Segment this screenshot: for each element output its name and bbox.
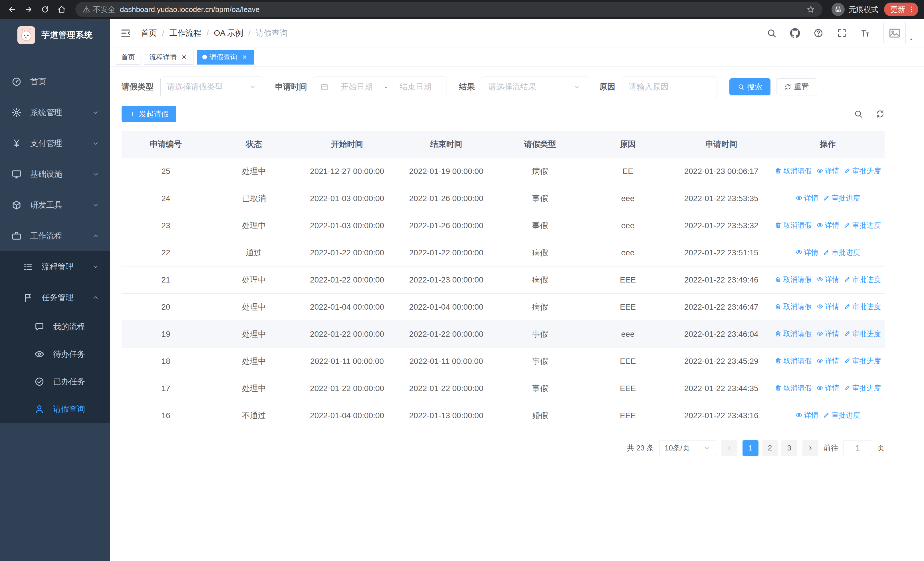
chevdown-icon [92,170,99,178]
reason-input[interactable] [622,77,717,97]
op-progress-link[interactable]: 审批进度 [844,329,881,338]
sidebar-item-leave-query[interactable]: 请假查询 [0,396,110,423]
sidebar-collapse-button[interactable] [120,27,131,39]
page-button-3[interactable]: 3 [782,440,797,456]
bookmark-star-icon[interactable] [806,5,815,14]
sidebar-item-task-mgmt[interactable]: 任务管理 [0,282,110,313]
tab-home[interactable]: 首页 [116,50,140,65]
op-progress-link[interactable]: 审批进度 [844,221,881,230]
browser-reload-button[interactable] [39,3,51,16]
sidebar-item-home[interactable]: 首页 [0,66,110,97]
breadcrumb-item[interactable]: 工作流程 [170,28,201,39]
chevron-down-icon [249,83,256,90]
op-cancel-link[interactable]: 取消请假 [775,384,812,393]
op-cancel-link[interactable]: 取消请假 [775,166,812,176]
op-detail-link[interactable]: 详情 [816,356,839,365]
leave-type-label: 请假类型 [122,81,153,92]
apply-time-range-picker[interactable]: 开始日期 - 结束日期 [314,77,447,97]
reset-button[interactable]: 重置 [776,78,817,95]
prev-page-button[interactable] [722,440,737,456]
op-cancel-link[interactable]: 取消请假 [775,329,812,338]
sidebar-item-dev-tools[interactable]: 研发工具 [0,190,110,221]
tab-process-detail[interactable]: 流程详情× [144,50,194,65]
sidebar-item-label: 请假查询 [53,404,85,415]
result-select[interactable]: 请选择流结果 [482,77,587,97]
op-cancel-link[interactable]: 取消请假 [775,221,812,230]
tab-close-icon[interactable]: × [240,53,249,61]
yen-icon [11,138,22,149]
op-cancel-link[interactable]: 取消请假 [775,302,812,311]
cell-actions: 详情审批进度 [771,239,885,266]
sidebar-item-process-mgmt[interactable]: 流程管理 [0,251,110,282]
security-chip[interactable]: 不安全 [83,5,115,15]
page-size-select[interactable]: 10条/页 [659,440,716,456]
chevup-icon [92,232,99,240]
page-button-1[interactable]: 1 [742,440,759,456]
search-button[interactable]: 搜索 [729,78,771,95]
sidebar-item-payment[interactable]: 支付管理 [0,128,110,159]
op-progress-link[interactable]: 审批进度 [844,302,881,311]
op-detail-link[interactable]: 详情 [816,329,839,338]
sidebar-item-todo-task[interactable]: 待办任务 [0,340,110,368]
op-progress-link[interactable]: 审批进度 [844,275,881,284]
sidebar-item-infrastructure[interactable]: 基础设施 [0,159,110,190]
op-detail-link[interactable]: 详情 [796,411,818,420]
op-progress-link[interactable]: 审批进度 [844,356,881,365]
op-progress-link[interactable]: 审批进度 [823,193,860,203]
check-icon [34,376,45,387]
table-search-toggle-icon[interactable] [854,110,863,119]
breadcrumb-separator: / [162,29,164,38]
op-detail-link[interactable]: 详情 [796,248,818,257]
sidebar-submenu: 流程管理任务管理我的流程待办任务已办任务请假查询 [0,251,110,423]
cell-apply-time: 2022-01-22 23:46:47 [672,293,771,320]
sidebar-item-workflow[interactable]: 工作流程 [0,221,110,251]
browser-update-button[interactable]: 更新 [884,3,918,16]
browser-back-button[interactable] [6,3,18,16]
op-progress-link[interactable]: 审批进度 [823,248,860,257]
op-cancel-link[interactable]: 取消请假 [775,275,812,284]
browser-home-button[interactable] [56,3,68,16]
table-row: 23处理中2022-01-03 00:00:002022-01-26 00:00… [122,212,885,239]
next-page-button[interactable] [802,440,818,456]
sidebar-item-my-process[interactable]: 我的流程 [0,313,110,340]
cell-status: 已取消 [210,185,298,212]
breadcrumb: 首页/工作流程/OA 示例/请假查询 [141,28,288,39]
op-detail-link[interactable]: 详情 [816,302,839,311]
github-icon[interactable] [790,28,800,38]
table-refresh-icon[interactable] [876,110,885,119]
tab-leave-query[interactable]: 请假查询× [197,50,254,65]
breadcrumb-item[interactable]: 首页 [141,28,157,39]
op-cancel-label: 取消请假 [783,166,812,176]
fullscreen-icon[interactable] [837,28,847,38]
op-detail-link[interactable]: 详情 [816,384,839,393]
sidebar-item-done-task[interactable]: 已办任务 [0,368,110,396]
cell-leave-type: 事假 [496,347,584,375]
breadcrumb-item[interactable]: OA 示例 [214,28,243,39]
goto-page-input[interactable] [843,440,872,456]
op-cancel-link[interactable]: 取消请假 [775,356,812,365]
leave-type-select[interactable]: 请选择请假类型 [160,77,263,97]
create-leave-button[interactable]: 发起请假 [122,106,176,122]
help-icon[interactable] [813,28,824,38]
browser-address-bar[interactable]: 不安全 dashboard.yudao.iocoder.cn/bpm/oa/le… [75,2,822,17]
app-logo[interactable]: 芋道管理系统 [0,19,110,51]
op-progress-link[interactable]: 审批进度 [823,411,860,420]
page-button-2[interactable]: 2 [762,440,778,456]
sidebar-item-system[interactable]: 系统管理 [0,97,110,128]
op-detail-link[interactable]: 详情 [816,166,839,176]
browser-forward-button[interactable] [22,3,35,16]
header-search-icon[interactable] [766,28,777,38]
op-progress-link[interactable]: 审批进度 [844,384,881,393]
tab-close-icon[interactable]: × [180,53,188,61]
op-progress-link[interactable]: 审批进度 [844,166,881,176]
font-size-icon[interactable] [860,28,870,38]
user-avatar[interactable] [884,22,914,44]
op-detail-link[interactable]: 详情 [796,193,818,203]
browser-menu-icon[interactable] [908,5,915,14]
op-detail-link[interactable]: 详情 [816,275,839,284]
cell-status: 不通过 [210,402,298,429]
trash-icon [775,385,782,391]
op-detail-label: 详情 [804,411,818,420]
op-detail-link[interactable]: 详情 [816,221,839,230]
breadcrumb-separator: / [248,29,250,38]
